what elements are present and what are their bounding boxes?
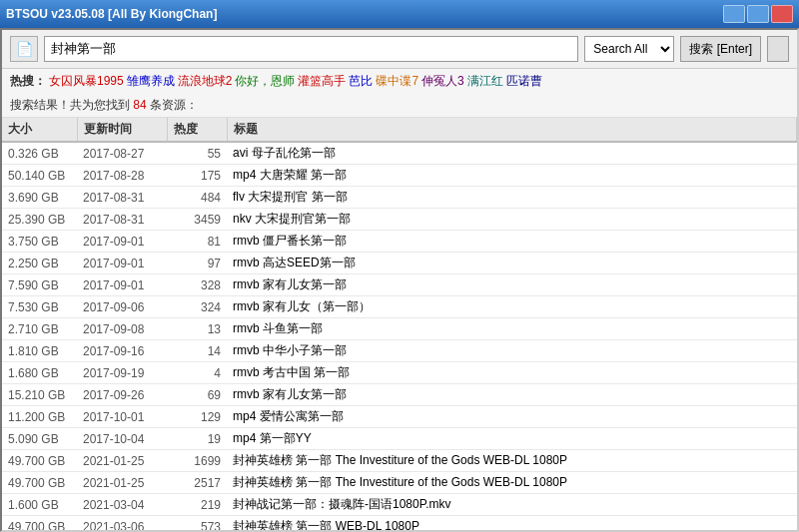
cell-title: 封神英雄榜 第一部 WEB-DL 1080P: [227, 516, 797, 531]
table-row[interactable]: 3.690 GB 2017-08-31 484 flv 大宋提刑官 第一部: [2, 187, 797, 209]
results-summary: 搜索结果！共为您找到 84 条资源：: [2, 94, 797, 118]
cell-date: 2021-01-25: [77, 472, 167, 494]
cell-date: 2017-10-01: [77, 406, 167, 428]
table-row[interactable]: 3.750 GB 2017-09-01 81 rmvb 僵尸番长第一部: [2, 231, 797, 253]
hot-tag-6[interactable]: 碟中谍7: [376, 73, 418, 90]
cell-size: 7.590 GB: [2, 274, 77, 296]
app-title: BTSOU v23.05.08 [All By KiongChan]: [6, 7, 217, 21]
cell-size: 3.750 GB: [2, 231, 77, 253]
hot-tag-3[interactable]: 你好，恩师: [235, 73, 295, 90]
col-header-hot: 热度: [167, 118, 227, 142]
cell-date: 2021-03-06: [77, 516, 167, 531]
cell-title: rmvb 斗鱼第一部: [227, 318, 797, 340]
cell-date: 2017-08-31: [77, 187, 167, 209]
table-row[interactable]: 0.326 GB 2017-08-27 55 avi 母子乱伦第一部: [2, 142, 797, 165]
cell-date: 2017-10-04: [77, 428, 167, 450]
cell-title: mp4 大唐荣耀 第一部: [227, 165, 797, 187]
cell-size: 1.680 GB: [2, 362, 77, 384]
title-bar: BTSOU v23.05.08 [All By KiongChan]: [0, 0, 799, 28]
cell-date: 2017-08-27: [77, 142, 167, 165]
table-row[interactable]: 1.600 GB 2021-03-04 219 封神战记第一部：摄魂阵-国语10…: [2, 494, 797, 516]
table-row[interactable]: 2.710 GB 2017-09-08 13 rmvb 斗鱼第一部: [2, 318, 797, 340]
table-row[interactable]: 49.700 GB 2021-03-06 573 封神英雄榜 第一部 WEB-D…: [2, 516, 797, 531]
cell-hot: 1699: [167, 450, 227, 472]
table-header-row: 大小 更新时间 热度 标题: [2, 118, 797, 142]
cell-title: rmvb 家有儿女第一部: [227, 384, 797, 406]
hot-tag-9[interactable]: 匹诺曹: [506, 73, 542, 90]
hot-tag-7[interactable]: 伸冤人3: [421, 73, 464, 90]
document-icon: 📄: [10, 36, 38, 62]
table-row[interactable]: 49.700 GB 2021-01-25 1699 封神英雄榜 第一部 The …: [2, 450, 797, 472]
cell-size: 49.700 GB: [2, 516, 77, 531]
table-row[interactable]: 11.200 GB 2017-10-01 129 mp4 爱情公寓第一部: [2, 406, 797, 428]
cell-date: 2017-08-28: [77, 165, 167, 187]
cell-date: 2017-09-01: [77, 253, 167, 274]
table-row[interactable]: 7.530 GB 2017-09-06 324 rmvb 家有儿女（第一部）: [2, 296, 797, 318]
cell-hot: 13: [167, 318, 227, 340]
cell-title: rmvb 高达SEED第一部: [227, 253, 797, 274]
search-scope-dropdown[interactable]: Search All 标题 大小: [584, 36, 674, 62]
cell-size: 50.140 GB: [2, 165, 77, 187]
dropdown-arrow-button[interactable]: [767, 36, 789, 62]
cell-title: 封神英雄榜 第一部 The Investiture of the Gods WE…: [227, 450, 797, 472]
hot-tag-2[interactable]: 流浪地球2: [178, 73, 233, 90]
window-controls: [723, 5, 793, 23]
cell-title: 封神战记第一部：摄魂阵-国语1080P.mkv: [227, 494, 797, 516]
cell-size: 15.210 GB: [2, 384, 77, 406]
table-row[interactable]: 49.700 GB 2021-01-25 2517 封神英雄榜 第一部 The …: [2, 472, 797, 494]
cell-size: 5.090 GB: [2, 428, 77, 450]
cell-date: 2021-03-04: [77, 494, 167, 516]
hot-tag-5[interactable]: 芭比: [349, 73, 373, 90]
cell-hot: 81: [167, 231, 227, 253]
cell-title: mp4 爱情公寓第一部: [227, 406, 797, 428]
cell-hot: 484: [167, 187, 227, 209]
cell-title: rmvb 考古中国 第一部: [227, 362, 797, 384]
table-wrapper: 大小 更新时间 热度 标题 0.326 GB 2017-08-27 55 avi…: [2, 118, 797, 530]
table-row[interactable]: 50.140 GB 2017-08-28 175 mp4 大唐荣耀 第一部: [2, 165, 797, 187]
cell-date: 2017-09-01: [77, 274, 167, 296]
cell-date: 2017-09-19: [77, 362, 167, 384]
hot-tag-1[interactable]: 雏鹰养成: [127, 73, 175, 90]
cell-hot: 4: [167, 362, 227, 384]
cell-date: 2017-09-08: [77, 318, 167, 340]
search-input[interactable]: [44, 36, 578, 62]
cell-date: 2017-09-26: [77, 384, 167, 406]
cell-hot: 55: [167, 142, 227, 165]
cell-title: avi 母子乱伦第一部: [227, 142, 797, 165]
col-header-date: 更新时间: [77, 118, 167, 142]
cell-hot: 175: [167, 165, 227, 187]
cell-title: 封神英雄榜 第一部 The Investiture of the Gods WE…: [227, 472, 797, 494]
top-bar: 📄 Search All 标题 大小 搜索 [Enter]: [2, 30, 797, 69]
hot-search-row: 热搜： 女囚风暴1995 雏鹰养成 流浪地球2 你好，恩师 灌篮高手 芭比 碟中…: [2, 69, 797, 94]
hot-tag-0[interactable]: 女囚风暴1995: [49, 73, 124, 90]
table-row[interactable]: 15.210 GB 2017-09-26 69 rmvb 家有儿女第一部: [2, 384, 797, 406]
maximize-button[interactable]: [747, 5, 769, 23]
hot-search-label: 热搜：: [10, 73, 46, 90]
table-scroll-container[interactable]: 大小 更新时间 热度 标题 0.326 GB 2017-08-27 55 avi…: [2, 118, 797, 530]
table-row[interactable]: 7.590 GB 2017-09-01 328 rmvb 家有儿女第一部: [2, 274, 797, 296]
close-button[interactable]: [771, 5, 793, 23]
cell-size: 0.326 GB: [2, 142, 77, 165]
table-row[interactable]: 1.680 GB 2017-09-19 4 rmvb 考古中国 第一部: [2, 362, 797, 384]
cell-size: 2.250 GB: [2, 253, 77, 274]
cell-title: mp4 第一部YY: [227, 428, 797, 450]
cell-hot: 219: [167, 494, 227, 516]
minimize-button[interactable]: [723, 5, 745, 23]
table-row[interactable]: 25.390 GB 2017-08-31 3459 nkv 大宋提刑官第一部: [2, 209, 797, 231]
cell-size: 25.390 GB: [2, 209, 77, 231]
main-window: 📄 Search All 标题 大小 搜索 [Enter] 热搜： 女囚风暴19…: [0, 28, 799, 532]
cell-hot: 19: [167, 428, 227, 450]
results-table: 大小 更新时间 热度 标题 0.326 GB 2017-08-27 55 avi…: [2, 118, 797, 530]
cell-size: 7.530 GB: [2, 296, 77, 318]
search-button[interactable]: 搜索 [Enter]: [680, 36, 761, 62]
cell-hot: 69: [167, 384, 227, 406]
hot-tag-4[interactable]: 灌篮高手: [298, 73, 346, 90]
table-row[interactable]: 1.810 GB 2017-09-16 14 rmvb 中华小子第一部: [2, 340, 797, 362]
hot-tag-8[interactable]: 满江红: [467, 73, 503, 90]
table-row[interactable]: 5.090 GB 2017-10-04 19 mp4 第一部YY: [2, 428, 797, 450]
cell-size: 11.200 GB: [2, 406, 77, 428]
table-row[interactable]: 2.250 GB 2017-09-01 97 rmvb 高达SEED第一部: [2, 253, 797, 274]
cell-size: 49.700 GB: [2, 450, 77, 472]
cell-date: 2017-08-31: [77, 209, 167, 231]
cell-size: 1.600 GB: [2, 494, 77, 516]
